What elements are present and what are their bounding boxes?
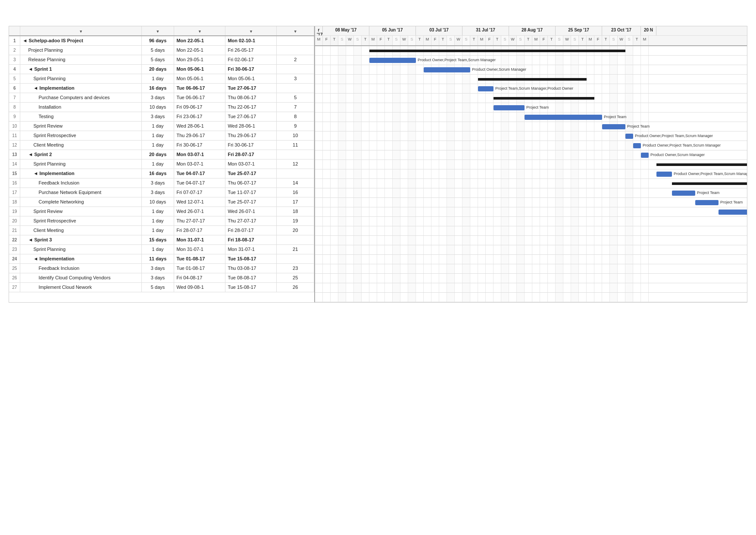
gantt-day-col	[525, 245, 532, 254]
gantt-day-col	[416, 113, 424, 122]
gantt-day-col	[517, 179, 525, 188]
gantt-day-col	[494, 255, 501, 264]
gantt-day-col	[424, 236, 431, 245]
gantt-day-col	[478, 150, 486, 160]
bar-label: Product Owner,Project Team,Scrum Manager	[643, 143, 721, 147]
gantt-row	[315, 160, 747, 169]
gantt-day-col	[455, 255, 462, 264]
gantt-day-cell: T	[331, 36, 338, 45]
gantt-day-col	[346, 84, 354, 93]
gantt-day-col	[377, 84, 385, 93]
gantt-day-col	[618, 226, 625, 235]
duration-cell: 20 days	[141, 150, 174, 159]
gantt-day-col	[439, 122, 447, 131]
gantt-day-col	[369, 160, 377, 169]
gantt-day-col	[354, 169, 362, 178]
gantt-day-col	[540, 150, 548, 160]
pred-header[interactable]: ▼	[277, 26, 314, 36]
gantt-day-col	[470, 169, 478, 178]
pred-cell	[277, 169, 314, 178]
gantt-day-col	[610, 198, 618, 207]
gantt-day-col	[470, 103, 478, 112]
gantt-day-col	[439, 245, 447, 254]
gantt-day-col	[486, 245, 494, 254]
gantt-day-col	[486, 94, 494, 103]
gantt-day-col	[362, 217, 369, 226]
gantt-day-col	[501, 56, 509, 65]
gantt-day-col	[369, 293, 377, 302]
row-number: 7	[9, 93, 20, 102]
gantt-day-col	[400, 245, 408, 254]
gantt-day-col	[594, 169, 602, 178]
duration-cell: 11 days	[141, 254, 174, 263]
finish-header[interactable]: ▼	[225, 26, 277, 36]
gantt-day-col	[346, 122, 354, 131]
gantt-day-col	[431, 274, 439, 283]
pred-cell: 16	[277, 188, 314, 197]
gantt-day-col	[486, 283, 494, 292]
gantt-day-col	[625, 141, 633, 150]
gantt-day-col	[354, 226, 362, 235]
gantt-day-col	[563, 103, 571, 112]
gantt-day-col	[579, 226, 587, 235]
task-name-header[interactable]: ▼	[20, 26, 141, 36]
gantt-day-col	[478, 113, 486, 122]
gantt-day-col	[455, 293, 462, 302]
gantt-day-col	[633, 103, 641, 112]
gantt-day-col	[563, 255, 571, 264]
gantt-day-col	[408, 207, 416, 216]
gantt-day-col	[416, 169, 424, 178]
gantt-day-col	[338, 131, 346, 141]
gantt-day-col	[323, 179, 331, 188]
gantt-day-col	[633, 217, 641, 226]
table-row: 3 Release Planning 5 days Mon 29-05-1 Fr…	[9, 55, 314, 64]
gantt-day-cell: S	[338, 36, 346, 45]
finish-cell: Fri 30-06-17	[225, 64, 277, 74]
gantt-day-col	[346, 207, 354, 216]
gantt-day-col	[362, 255, 369, 264]
duration-cell: 16 days	[141, 83, 174, 93]
gantt-day-col	[331, 122, 338, 131]
gantt-day-col	[478, 141, 486, 150]
gantt-day-col	[470, 122, 478, 131]
gantt-day-col	[393, 84, 400, 93]
gantt-day-col	[563, 264, 571, 273]
gantt-day-col	[362, 264, 369, 273]
gantt-day-col	[494, 150, 501, 160]
gantt-day-col	[354, 198, 362, 207]
gantt-day-col	[377, 198, 385, 207]
row-number: 5	[9, 74, 20, 83]
gantt-day-col	[362, 65, 369, 74]
table-row: 21 Client Meeting 1 day Fri 28-07-17 Fri…	[9, 225, 314, 235]
start-cell: Mon 22-05-1	[174, 45, 225, 55]
gantt-day-col	[455, 169, 462, 178]
gantt-day-col	[331, 264, 338, 273]
task-name-cell: ◄ Sprint 2	[20, 150, 141, 159]
gantt-day-col	[416, 274, 424, 283]
gantt-day-col	[610, 65, 618, 74]
gantt-day-col	[362, 198, 369, 207]
gantt-day-col	[393, 75, 400, 84]
duration-cell: 1 day	[141, 140, 174, 150]
finish-cell: Wed 28-06-1	[225, 121, 277, 131]
duration-header[interactable]: ▼	[141, 26, 174, 36]
finish-cell: Thu 29-06-17	[225, 131, 277, 140]
gantt-day-col	[346, 255, 354, 264]
gantt-day-col	[447, 179, 455, 188]
gantt-day-col	[462, 293, 470, 302]
gantt-day-col	[439, 75, 447, 84]
row-number: 16	[9, 178, 20, 188]
gantt-day-col	[525, 264, 532, 273]
gantt-day-col	[462, 84, 470, 93]
gantt-day-col	[323, 226, 331, 235]
gantt-day-col	[633, 150, 641, 160]
gantt-day-cell: F	[377, 36, 385, 45]
finish-cell: Mon 02-10-1	[225, 36, 277, 45]
gantt-day-col	[400, 236, 408, 245]
gantt-day-col	[400, 103, 408, 112]
gantt-day-col	[431, 198, 439, 207]
start-cell: Tue 01-08-17	[174, 263, 225, 273]
gantt-day-col	[424, 293, 431, 302]
start-header[interactable]: ▼	[174, 26, 225, 36]
gantt-day-cell: W	[563, 36, 571, 45]
